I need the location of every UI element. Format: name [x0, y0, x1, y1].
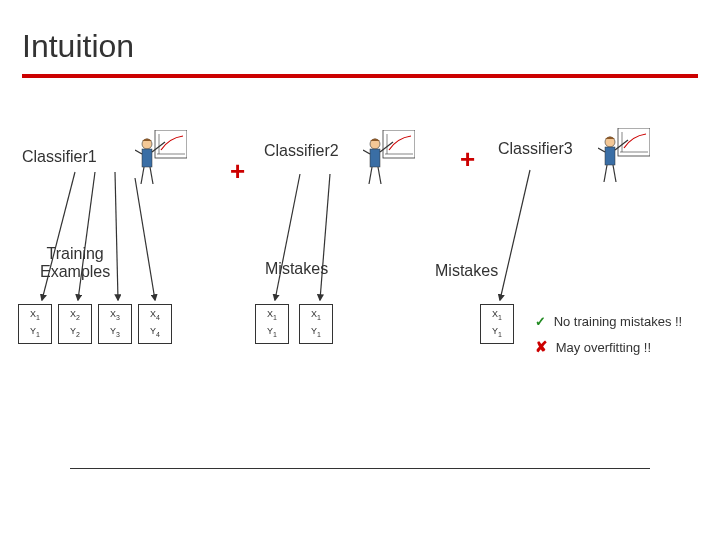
example-box: X3 Y3: [98, 304, 132, 344]
example-box: X1 Y1: [480, 304, 514, 344]
bottom-divider: [70, 468, 650, 469]
example-box: X1 Y1: [255, 304, 289, 344]
example-box: X4 Y4: [138, 304, 172, 344]
cross-icon: ✘: [535, 338, 548, 355]
svg-line-30: [135, 178, 155, 300]
check-icon: ✓: [535, 314, 546, 329]
example-box: X1 Y1: [299, 304, 333, 344]
mistakes-label-2: Mistakes: [435, 262, 498, 280]
svg-line-31: [275, 174, 300, 300]
svg-line-29: [115, 172, 118, 300]
overfitting-note: May overfitting !!: [556, 340, 651, 355]
svg-line-33: [500, 170, 530, 300]
training-examples-label: Training Examples: [40, 245, 110, 281]
example-box: X1 Y1: [18, 304, 52, 344]
no-mistakes-note: No training mistakes !!: [554, 314, 683, 329]
example-box: X2 Y2: [58, 304, 92, 344]
mistakes-label-1: Mistakes: [265, 260, 328, 278]
svg-line-32: [320, 174, 330, 300]
notes-block: ✓ No training mistakes !! ✘ May overfitt…: [535, 310, 682, 360]
